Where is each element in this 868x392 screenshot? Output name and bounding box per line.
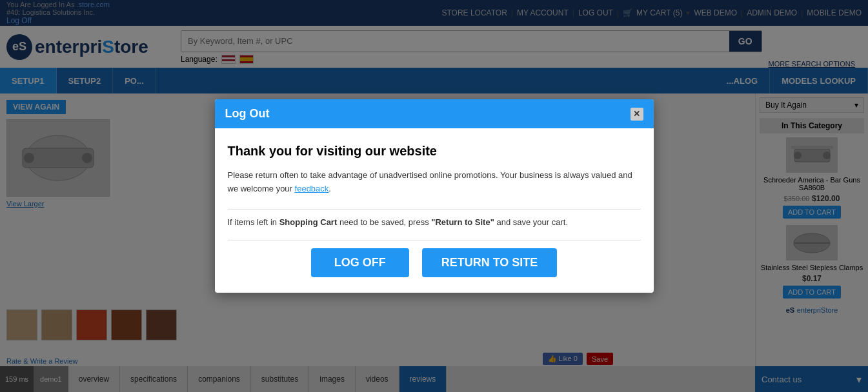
return-to-site-button[interactable]: RETURN TO SITE xyxy=(422,248,558,277)
modal-header: Log Out ✕ xyxy=(215,99,654,128)
modal-main-title: Thank you for visiting our website xyxy=(228,144,641,159)
modal-header-title: Log Out xyxy=(225,107,270,121)
modal-close-button[interactable]: ✕ xyxy=(631,108,643,121)
modal-divider-1 xyxy=(228,209,641,210)
log-off-button[interactable]: LOG OFF xyxy=(311,248,409,277)
logout-modal: Log Out ✕ Thank you for visiting our web… xyxy=(215,99,654,293)
feedback-link[interactable]: feedback xyxy=(295,184,329,193)
modal-body-text: Please return often to take advantage of… xyxy=(228,169,641,196)
modal-cart-text: If items left in Shopping Cart need to b… xyxy=(228,217,641,227)
modal-divider-2 xyxy=(228,240,641,240)
modal-body: Thank you for visiting our website Pleas… xyxy=(215,128,654,293)
modal-buttons: LOG OFF RETURN TO SITE xyxy=(228,248,641,277)
modal-overlay: Log Out ✕ Thank you for visiting our web… xyxy=(0,0,868,392)
